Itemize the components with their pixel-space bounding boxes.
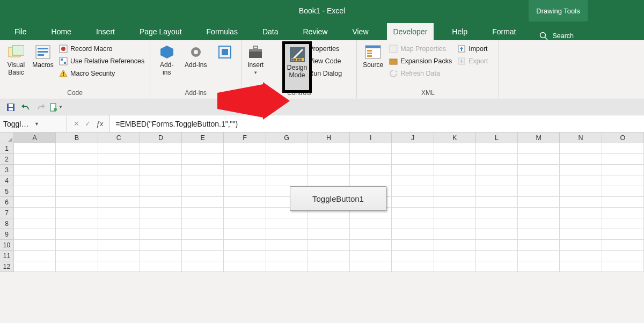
cell[interactable] xyxy=(518,186,560,197)
cell[interactable] xyxy=(392,251,434,261)
cell[interactable] xyxy=(182,143,224,154)
cell[interactable] xyxy=(434,143,476,154)
cell[interactable] xyxy=(392,218,434,229)
cell[interactable] xyxy=(602,197,644,208)
cell[interactable] xyxy=(518,261,560,272)
cell[interactable] xyxy=(182,208,224,218)
cell[interactable] xyxy=(224,186,266,197)
cell[interactable] xyxy=(560,197,602,208)
cell[interactable] xyxy=(182,251,224,261)
insert-function-button[interactable]: ƒx xyxy=(96,120,103,128)
macro-security-button[interactable]: Macro Security xyxy=(57,68,147,79)
cell[interactable] xyxy=(14,218,56,229)
cell[interactable] xyxy=(602,186,644,197)
use-relative-references-button[interactable]: Use Relative References xyxy=(57,56,147,67)
cell[interactable] xyxy=(56,251,98,261)
cell[interactable] xyxy=(182,218,224,229)
com-addins-button[interactable] xyxy=(212,42,238,77)
cell[interactable] xyxy=(518,240,560,251)
formula-input[interactable]: =EMBED("Forms.ToggleButton.1","") xyxy=(110,115,644,132)
cell[interactable] xyxy=(14,165,56,175)
cell[interactable] xyxy=(560,261,602,272)
cell[interactable] xyxy=(476,154,518,165)
cell[interactable] xyxy=(56,218,98,229)
cell[interactable] xyxy=(224,229,266,240)
cell[interactable] xyxy=(14,251,56,261)
row-header[interactable]: 1 xyxy=(0,143,14,154)
cell[interactable] xyxy=(98,175,140,186)
row-header[interactable]: 8 xyxy=(0,218,14,229)
tab-view[interactable]: View xyxy=(346,23,375,40)
cell[interactable] xyxy=(602,208,644,218)
cell[interactable] xyxy=(434,229,476,240)
cell[interactable] xyxy=(560,154,602,165)
properties-button[interactable]: Properties xyxy=(295,43,344,54)
view-code-button[interactable]: {} View Code xyxy=(295,56,344,67)
column-header[interactable]: I xyxy=(350,133,392,143)
cell[interactable] xyxy=(224,165,266,175)
cell[interactable] xyxy=(518,154,560,165)
cell[interactable] xyxy=(14,175,56,186)
cell[interactable] xyxy=(350,154,392,165)
cell[interactable] xyxy=(182,154,224,165)
cell[interactable] xyxy=(476,261,518,272)
enter-formula-icon[interactable]: ✓ xyxy=(85,120,91,128)
cell[interactable] xyxy=(602,218,644,229)
select-all-corner[interactable] xyxy=(0,133,14,143)
refresh-data-button[interactable]: Refresh Data xyxy=(387,68,454,79)
cell[interactable] xyxy=(308,143,350,154)
cell[interactable] xyxy=(308,261,350,272)
row-header[interactable]: 4 xyxy=(0,175,14,186)
cell[interactable] xyxy=(434,261,476,272)
cell[interactable] xyxy=(56,197,98,208)
row-header[interactable]: 3 xyxy=(0,165,14,175)
row-header[interactable]: 2 xyxy=(0,154,14,165)
cell[interactable] xyxy=(350,143,392,154)
cell[interactable] xyxy=(14,229,56,240)
cell[interactable] xyxy=(560,229,602,240)
column-header[interactable]: O xyxy=(602,133,644,143)
design-mode-button[interactable] xyxy=(267,42,294,79)
row-header[interactable]: 7 xyxy=(0,208,14,218)
cell[interactable] xyxy=(602,143,644,154)
cell[interactable] xyxy=(182,186,224,197)
cell[interactable] xyxy=(182,197,224,208)
cell[interactable] xyxy=(602,154,644,165)
cell[interactable] xyxy=(308,154,350,165)
cell[interactable] xyxy=(560,218,602,229)
cell[interactable] xyxy=(56,143,98,154)
cell[interactable] xyxy=(266,251,308,261)
cell[interactable] xyxy=(266,240,308,251)
cell[interactable] xyxy=(14,143,56,154)
cell[interactable] xyxy=(602,175,644,186)
cell[interactable] xyxy=(14,208,56,218)
cell[interactable] xyxy=(602,261,644,272)
cell[interactable] xyxy=(266,218,308,229)
cell[interactable] xyxy=(224,143,266,154)
cell[interactable] xyxy=(266,165,308,175)
tell-me-search[interactable]: Search xyxy=(534,32,579,40)
cell[interactable] xyxy=(140,218,182,229)
cell[interactable] xyxy=(266,143,308,154)
addins-button[interactable]: Add- ins xyxy=(154,42,180,77)
insert-control-button[interactable]: Insert ▼ xyxy=(245,42,266,79)
column-header[interactable]: D xyxy=(140,133,182,143)
column-header[interactable]: L xyxy=(476,133,518,143)
cell[interactable] xyxy=(56,165,98,175)
cell[interactable] xyxy=(56,186,98,197)
cell[interactable] xyxy=(308,175,350,186)
tab-data[interactable]: Data xyxy=(256,23,285,40)
cell[interactable] xyxy=(392,175,434,186)
cell[interactable] xyxy=(224,175,266,186)
tab-format[interactable]: Format xyxy=(486,23,522,40)
cell[interactable] xyxy=(476,186,518,197)
tab-page-layout[interactable]: Page Layout xyxy=(133,23,188,40)
cell[interactable] xyxy=(602,251,644,261)
cell[interactable] xyxy=(140,175,182,186)
cell[interactable] xyxy=(434,165,476,175)
cell[interactable] xyxy=(560,240,602,251)
expansion-packs-button[interactable]: Expansion Packs xyxy=(387,56,454,67)
cell[interactable] xyxy=(434,154,476,165)
cell[interactable] xyxy=(518,251,560,261)
row-header[interactable]: 12 xyxy=(0,261,14,272)
